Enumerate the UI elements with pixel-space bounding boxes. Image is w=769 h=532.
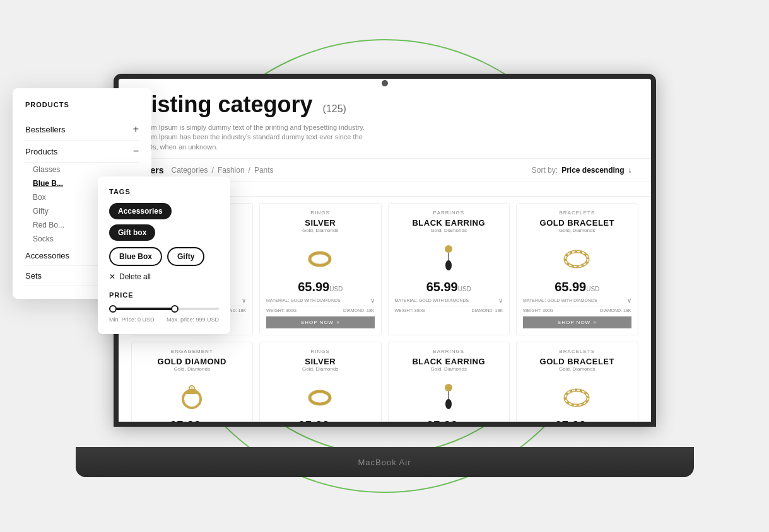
page-title-row: Listing category (125): [138, 91, 632, 118]
product-category: EARRINGS: [433, 349, 464, 354]
product-price: 65.99USD: [426, 280, 471, 294]
min-price-label: Min. Price: 0 USD: [109, 316, 155, 323]
product-image: [173, 378, 211, 416]
page-header: Listing category (125) Lorem Ipsum is si…: [119, 79, 651, 159]
sidebar-label-bestsellers: Bestsellers: [25, 125, 66, 134]
product-sub: Gold, Diamonds: [559, 228, 595, 233]
breadcrumb-pants[interactable]: Pants: [254, 166, 274, 175]
tag-gifty[interactable]: Gifty: [167, 247, 204, 266]
tags-title: TAGS: [109, 188, 219, 195]
svg-point-6: [445, 245, 452, 253]
sidebar-label-products: Products: [25, 147, 57, 156]
product-material[interactable]: MATERIAL: GOLD WITH DIAMONDS ∨: [266, 297, 375, 306]
sidebar-sub-glasses[interactable]: Glasses: [33, 163, 139, 176]
tags-popup: TAGS Accessories Gift box Blue Box Gifty…: [98, 176, 230, 334]
svg-point-17: [445, 384, 452, 391]
product-price: 65.99USD: [298, 419, 343, 422]
tag-giftbox[interactable]: Gift box: [109, 224, 155, 241]
price-slider-fill: [109, 308, 175, 310]
product-card: ENGAGEMENT GOLD DIAMOND Gold, Diamonds 6…: [131, 342, 254, 422]
product-category: RINGS: [311, 349, 330, 354]
collapse-icon-products[interactable]: −: [133, 146, 139, 157]
breadcrumb-sep1: /: [212, 166, 214, 175]
price-slider[interactable]: [109, 308, 219, 310]
page-description: Lorem Ipsum is simply dummy text of the …: [138, 123, 377, 152]
sort-value[interactable]: Price descending: [561, 166, 624, 175]
laptop-brand: MacBook Air: [358, 458, 411, 467]
product-weight: WEIGHT: 300G DIAMOND: 18K: [523, 308, 631, 313]
product-image: [558, 240, 596, 277]
product-sub: Gold, Diamonds: [431, 366, 467, 372]
product-material[interactable]: MATERIAL: GOLD WITH DIAMONDS ∨: [523, 297, 631, 306]
sort-label: Sort by:: [532, 166, 558, 175]
product-sub: Gold, Diamonds: [302, 366, 338, 372]
page-title: Listing category: [138, 91, 313, 118]
sidebar-section-title: PRODUCTS: [25, 101, 139, 108]
product-card: RINGS SILVER Gold, Diamonds 65.99USD MAT…: [259, 203, 382, 335]
breadcrumb-fashion[interactable]: Fashion: [218, 166, 245, 175]
sidebar-label-sets: Sets: [25, 271, 42, 280]
svg-point-19: [445, 399, 452, 409]
product-category: RINGS: [311, 210, 330, 216]
scene: PRODUCTS Bestsellers + Products − Glasse…: [0, 0, 769, 532]
product-name: GOLD BRACELET: [540, 218, 614, 228]
product-sub: Gold, Diamonds: [174, 366, 210, 372]
product-sub: Gold, Diamonds: [302, 228, 338, 233]
product-material[interactable]: MATERIAL: GOLD WITH DIAMONDS ∨: [395, 297, 503, 306]
product-price: 65.99USD: [555, 419, 599, 422]
tag-bluebox[interactable]: Blue Box: [109, 247, 162, 266]
price-title: PRICE: [109, 291, 219, 299]
product-price: 65.99USD: [170, 419, 214, 422]
laptop-bottom: MacBook Air: [76, 447, 694, 477]
slider-thumb-max[interactable]: [171, 305, 179, 313]
product-image: [558, 378, 596, 416]
max-price-label: Max. price: 999 USD: [167, 316, 219, 323]
breadcrumb: Categories / Fashion / Pants: [172, 166, 524, 175]
product-category: BRACELETS: [559, 349, 595, 354]
product-image: [430, 240, 467, 277]
product-category: EARRINGS: [433, 210, 464, 216]
svg-point-16: [310, 391, 330, 404]
product-price: 65.99USD: [555, 280, 599, 294]
product-price: 65.99USD: [426, 419, 471, 422]
product-name: BLACK EARRING: [412, 357, 485, 366]
svg-point-8: [445, 260, 452, 270]
product-card: BRACELETS GOLD BRACELET Gold, Diamonds 6…: [516, 342, 638, 422]
product-image: [430, 378, 467, 416]
expand-icon-bestsellers[interactable]: +: [133, 124, 139, 135]
product-name: GOLD BRACELET: [540, 357, 614, 366]
product-name: BLACK EARRING: [412, 218, 485, 228]
sort-arrow-icon[interactable]: ↓: [628, 166, 632, 175]
page-count: (125): [323, 103, 346, 115]
product-price: 65.99USD: [298, 280, 343, 294]
svg-point-14: [191, 387, 193, 390]
product-category: BRACELETS: [559, 210, 595, 216]
breadcrumb-sep2: /: [249, 166, 250, 175]
shop-now-button[interactable]: SHOP NOW »: [523, 316, 631, 328]
tags-outlined-row: Blue Box Gifty: [109, 247, 219, 266]
sidebar-item-bestsellers[interactable]: Bestsellers +: [25, 119, 139, 141]
delete-all-button[interactable]: ✕ Delete all: [109, 272, 219, 281]
product-card: EARRINGS BLACK EARRING Gold, Diamonds 65…: [388, 342, 510, 422]
product-category: ENGAGEMENT: [171, 349, 213, 354]
delete-all-label: Delete all: [119, 272, 151, 281]
product-card: EARRINGS BLACK EARRING Gold, Diamonds 65…: [388, 203, 510, 335]
svg-point-5: [310, 253, 330, 265]
tag-accessories[interactable]: Accessories: [109, 203, 172, 219]
product-weight: WEIGHT: 300G DIAMOND: 18K: [395, 308, 503, 313]
sidebar-label-accessories: Accessories: [25, 251, 69, 260]
shop-now-button[interactable]: SHOP NOW »: [266, 316, 375, 328]
product-name: SILVER: [305, 357, 336, 366]
tags-filled-row: Accessories Gift box: [109, 203, 219, 241]
product-name: SILVER: [305, 218, 336, 228]
sort-section: Sort by: Price descending ↓: [532, 166, 632, 175]
product-image: [302, 240, 339, 277]
delete-all-icon: ✕: [109, 272, 115, 281]
slider-thumb-min[interactable]: [109, 305, 117, 313]
sidebar-item-products[interactable]: Products −: [25, 141, 139, 163]
product-image: [302, 378, 339, 416]
svg-marker-12: [186, 389, 198, 394]
breadcrumb-categories[interactable]: Categories: [172, 166, 208, 175]
price-labels: Min. Price: 0 USD Max. price: 999 USD: [109, 316, 219, 323]
product-sub: Gold, Diamonds: [559, 366, 595, 372]
